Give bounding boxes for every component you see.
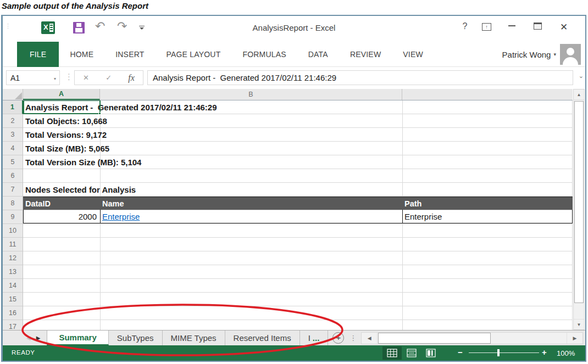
sheet-tab-summary[interactable]: Summary [47, 331, 108, 345]
sheet-tab-i[interactable]: I... [300, 331, 329, 345]
ribbon-tab-insert[interactable]: INSERT [104, 42, 155, 67]
row-header-9[interactable]: 9 [3, 210, 23, 224]
column-header-blank[interactable] [402, 89, 573, 100]
zoom-slider-track[interactable] [469, 352, 539, 353]
ribbon-tab-page-layout[interactable]: PAGE LAYOUT [155, 42, 231, 67]
minimize-button[interactable] [508, 25, 515, 26]
row-header-15[interactable]: 15 [3, 293, 23, 306]
row-cells-3[interactable]: Total Versions: 9,172 [23, 128, 573, 141]
row-header-5[interactable]: 5 [3, 155, 23, 169]
cell-text-row-2[interactable]: Total Objects: 10,668 [25, 114, 107, 127]
zoom-out-button[interactable]: − [458, 348, 463, 357]
row-cells-15[interactable] [23, 293, 573, 306]
horizontal-scrollbar-thumb[interactable] [378, 333, 491, 344]
cell-text-row-5[interactable]: Total Version Size (MB): 5,104 [25, 155, 141, 169]
name-box-caret-icon[interactable]: ▾ [54, 76, 56, 81]
scroll-down-icon[interactable]: ▼ [574, 319, 584, 329]
sheet-tab-nav: ◀ ▶ [3, 331, 40, 345]
ribbon-tab-file[interactable]: FILE [17, 42, 59, 67]
select-all-corner[interactable] [3, 89, 23, 100]
ribbon-tab-view[interactable]: VIEW [392, 42, 434, 67]
sheet-tab-subtypes[interactable]: SubTypes [109, 331, 163, 345]
grid-row-7: 7Nodes Selected for Analysis [3, 183, 573, 197]
insert-function-button[interactable]: fx [128, 73, 135, 83]
row-cells-16[interactable] [23, 306, 573, 320]
excel-window: ⋮ X ↶ ↷ AnalysisReport - Excel ? ↑ ✕ FIL… [1, 15, 586, 362]
sheet-nav-prev-icon[interactable]: ◀ [26, 335, 31, 341]
row-header-16[interactable]: 16 [3, 306, 23, 320]
row-cells-7[interactable]: Nodes Selected for Analysis [23, 183, 573, 196]
cell-text-row-4[interactable]: Total Size (MB): 5,065 [25, 142, 109, 155]
cancel-button[interactable]: ✕ [83, 74, 89, 82]
cell-text-row-3[interactable]: Total Versions: 9,172 [25, 128, 107, 141]
row-cells-13[interactable] [23, 265, 573, 278]
row-header-17[interactable]: 17 [3, 320, 23, 330]
row-header-1[interactable]: 1 [3, 100, 23, 114]
cell-path[interactable]: Enterprise [404, 210, 442, 223]
ribbon-tab-review[interactable]: REVIEW [339, 42, 392, 67]
cell-text-row-7[interactable]: Nodes Selected for Analysis [25, 183, 136, 196]
row-cells-9[interactable]: 2000EnterpriseEnterprise [23, 210, 573, 223]
row-header-7[interactable]: 7 [3, 183, 23, 197]
row-cells-10[interactable] [23, 224, 573, 237]
vertical-scrollbar[interactable]: ▲ ▼ [573, 89, 585, 330]
vertical-scrollbar-thumb[interactable] [574, 101, 584, 303]
row-header-4[interactable]: 4 [3, 142, 23, 155]
scroll-right-icon[interactable]: ▶ [567, 333, 583, 344]
column-header-B[interactable]: B [100, 89, 402, 100]
name-box[interactable]: A1 ▾ [6, 70, 60, 85]
table-border [23, 210, 24, 223]
help-button[interactable]: ? [458, 21, 472, 31]
ribbon-tab-home[interactable]: HOME [59, 42, 104, 67]
column-header-A[interactable]: A [23, 89, 100, 100]
tab-bar-resize-handle-icon[interactable]: ⋮ [350, 331, 357, 345]
row-header-2[interactable]: 2 [3, 114, 23, 128]
ribbon-tab-data[interactable]: DATA [297, 42, 339, 67]
ribbon-display-options-button[interactable]: ↑ [482, 23, 491, 31]
row-header-11[interactable]: 11 [3, 238, 23, 251]
row-header-10[interactable]: 10 [3, 224, 23, 238]
row-cells-1[interactable]: Analysis Report - Generated 2017/02/11 2… [23, 100, 573, 114]
row-header-12[interactable]: 12 [3, 251, 23, 265]
row-cells-17[interactable] [23, 320, 573, 330]
page-break-preview-button[interactable] [421, 346, 440, 360]
page-layout-view-button[interactable] [402, 346, 421, 360]
row-cells-4[interactable]: Total Size (MB): 5,065 [23, 142, 573, 155]
row-cells-5[interactable]: Total Version Size (MB): 5,104 [23, 155, 573, 169]
horizontal-scrollbar[interactable]: ◀ ▶ [361, 332, 583, 344]
sheet-tab-reserved-items[interactable]: Reserved Items [225, 331, 300, 345]
scroll-left-icon[interactable]: ◀ [362, 333, 378, 344]
row-cells-12[interactable] [23, 251, 573, 265]
zoom-in-button[interactable]: + [542, 348, 547, 357]
new-sheet-button[interactable]: + [332, 332, 344, 344]
normal-view-button[interactable] [382, 346, 402, 360]
formula-input[interactable]: Analysis Report - Generated 2017/02/11 2… [147, 70, 573, 85]
grid-body[interactable]: 1Analysis Report - Generated 2017/02/11 … [3, 100, 573, 330]
sheet-tab-bar: ◀ ▶ SummarySubTypesMIME TypesReserved It… [3, 330, 585, 345]
scroll-up-icon[interactable]: ▲ [574, 89, 584, 100]
row-header-3[interactable]: 3 [3, 128, 23, 142]
row-header-13[interactable]: 13 [3, 265, 23, 279]
formula-bar-expand-icon[interactable]: ⌄ [579, 72, 584, 80]
enter-button[interactable]: ✓ [106, 74, 112, 82]
window-title: AnalysisReport - Excel [3, 23, 585, 32]
row-cells-11[interactable] [23, 238, 573, 251]
avatar[interactable] [560, 44, 581, 65]
cell-name-link[interactable]: Enterprise [102, 210, 140, 223]
sheet-nav-next-icon[interactable]: ▶ [36, 335, 41, 341]
account-area[interactable]: Patrick Wong ▾ [502, 42, 581, 67]
row-header-14[interactable]: 14 [3, 279, 23, 293]
cell-dataid[interactable]: 2000 [23, 210, 97, 223]
ribbon-tab-formulas[interactable]: FORMULAS [231, 42, 297, 67]
row-cells-2[interactable]: Total Objects: 10,668 [23, 114, 573, 127]
zoom-level[interactable]: 100% [557, 349, 575, 357]
row-cells-14[interactable] [23, 279, 573, 292]
row-cells-6[interactable] [23, 169, 573, 182]
close-button[interactable]: ✕ [557, 21, 571, 33]
sheet-tab-mime-types[interactable]: MIME Types [163, 331, 225, 345]
maximize-button[interactable] [534, 23, 542, 30]
zoom-slider-thumb[interactable] [497, 349, 500, 356]
row-header-8[interactable]: 8 [3, 197, 23, 210]
row-cells-8[interactable]: DataIDNamePath [23, 197, 573, 210]
row-header-6[interactable]: 6 [3, 169, 23, 183]
